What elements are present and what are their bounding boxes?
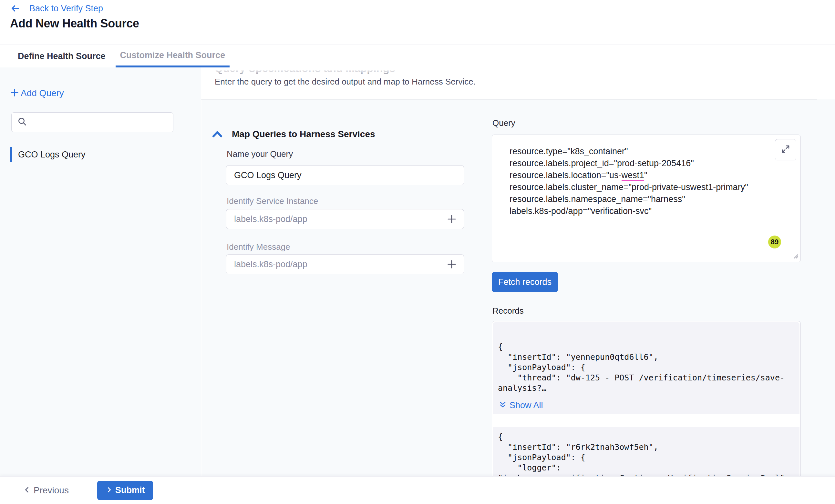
record-json-line: "jsonPayload": { xyxy=(498,362,795,373)
fetch-records-label: Fetch records xyxy=(498,277,551,287)
identify-message-value: labels.k8s-pod/app xyxy=(234,259,446,269)
service-instance-value: labels.k8s-pod/app xyxy=(234,214,446,224)
chevron-left-icon xyxy=(23,486,31,495)
selected-indicator-bar xyxy=(10,147,12,162)
query-search-box[interactable] xyxy=(11,112,174,132)
fullscreen-icon xyxy=(781,144,791,155)
submit-button[interactable]: Submit xyxy=(97,481,154,500)
record-json-line: analysis?… xyxy=(498,383,795,393)
char-count-badge: 89 xyxy=(768,235,781,249)
wizard-footer: Previous Submit xyxy=(0,476,835,504)
add-message-plus-icon[interactable] xyxy=(446,259,457,270)
record-json-line: "insertId": "r6rk2tnah3owf5eh", xyxy=(498,442,795,453)
collapse-chevron-up-icon[interactable] xyxy=(212,130,223,140)
service-instance-label: Identify Service Instance xyxy=(227,196,318,206)
fetch-records-button[interactable]: Fetch records xyxy=(492,272,558,292)
record-json-line: "jsonPayload": { xyxy=(498,453,795,463)
query-label: Query xyxy=(492,118,515,128)
query-name-input[interactable]: GCO Logs Query xyxy=(226,165,464,185)
arrow-left-icon xyxy=(10,3,20,14)
add-query-button[interactable]: Add Query xyxy=(10,88,64,99)
search-input[interactable] xyxy=(31,118,170,127)
identify-message-label: Identify Message xyxy=(227,242,290,252)
section-divider xyxy=(201,99,817,99)
record-item[interactable]: { "insertId": "r6rk2tnah3owf5eh", "jsonP… xyxy=(493,427,799,479)
chevron-right-icon xyxy=(106,486,113,495)
resize-handle[interactable] xyxy=(791,252,799,261)
tab-bar: Define Health Source Customize Health So… xyxy=(0,44,835,67)
scroll-fade-overlay xyxy=(202,67,835,78)
page-title: Add New Health Source xyxy=(10,17,139,30)
record-json-line: "thread": "dw-125 - POST /verification/t… xyxy=(498,373,795,383)
add-query-label: Add Query xyxy=(21,88,64,99)
double-chevron-down-icon xyxy=(499,401,507,410)
record-json-line: { xyxy=(498,432,795,442)
record-json-line: { xyxy=(498,342,795,352)
previous-button[interactable]: Previous xyxy=(23,485,69,496)
record-json-line: "insertId": "yennepun0qtd6ll6", xyxy=(498,352,795,362)
query-name-value: GCO Logs Query xyxy=(234,170,457,181)
search-icon xyxy=(17,117,27,128)
add-service-instance-plus-icon[interactable] xyxy=(446,214,457,225)
show-all-label: Show All xyxy=(510,400,543,411)
query-line: resource.labels.namespace_name="harness" xyxy=(510,193,768,205)
query-text: resource.type="k8s_container" resource.l… xyxy=(510,146,768,217)
back-link-label: Back to Verify Step xyxy=(29,3,103,14)
query-line: resource.labels.cluster_name="prod-priva… xyxy=(510,181,768,193)
query-sidebar: Add Query GCO Logs Query xyxy=(0,67,201,476)
submit-label: Submit xyxy=(115,485,145,495)
plus-icon xyxy=(10,88,19,99)
add-health-source-page: Query Specifications and Mappings Enter … xyxy=(0,0,835,504)
records-panel: { "insertId": "yennepun0qtd6ll6", "jsonP… xyxy=(492,321,801,502)
sidebar-item-gco-logs-query[interactable]: GCO Logs Query xyxy=(10,147,85,162)
service-instance-input[interactable]: labels.k8s-pod/app xyxy=(226,209,464,229)
sidebar-divider xyxy=(9,141,180,141)
record-json-line: "logger": xyxy=(498,463,795,473)
page-header: Back to Verify Step Add New Health Sourc… xyxy=(0,0,835,44)
records-label: Records xyxy=(492,306,524,316)
spellcheck-underline: west1 xyxy=(622,170,645,181)
query-line: labels.k8s-pod/app="verification-svc" xyxy=(510,205,768,217)
sidebar-item-label: GCO Logs Query xyxy=(18,150,85,160)
previous-label: Previous xyxy=(34,485,69,496)
name-query-label: Name your Query xyxy=(227,149,293,159)
record-item[interactable]: { "insertId": "yennepun0qtd6ll6", "jsonP… xyxy=(493,322,799,414)
back-link[interactable]: Back to Verify Step xyxy=(10,3,103,14)
map-queries-panel-title: Map Queries to Harness Services xyxy=(232,129,375,140)
query-line: resource.labels.project_id="prod-setup-2… xyxy=(510,158,768,169)
expand-query-button[interactable] xyxy=(775,139,796,160)
query-line: resource.type="k8s_container" xyxy=(510,146,768,158)
identify-message-input[interactable]: labels.k8s-pod/app xyxy=(226,254,464,274)
tab-customize-health-source[interactable]: Customize Health Source xyxy=(116,45,230,67)
show-all-link[interactable]: Show All xyxy=(499,400,795,411)
query-textarea[interactable]: resource.type="k8s_container" resource.l… xyxy=(492,134,801,262)
tab-define-health-source[interactable]: Define Health Source xyxy=(13,45,110,67)
query-line-with-spellcheck: resource.labels.location="us-west1" xyxy=(510,169,768,181)
